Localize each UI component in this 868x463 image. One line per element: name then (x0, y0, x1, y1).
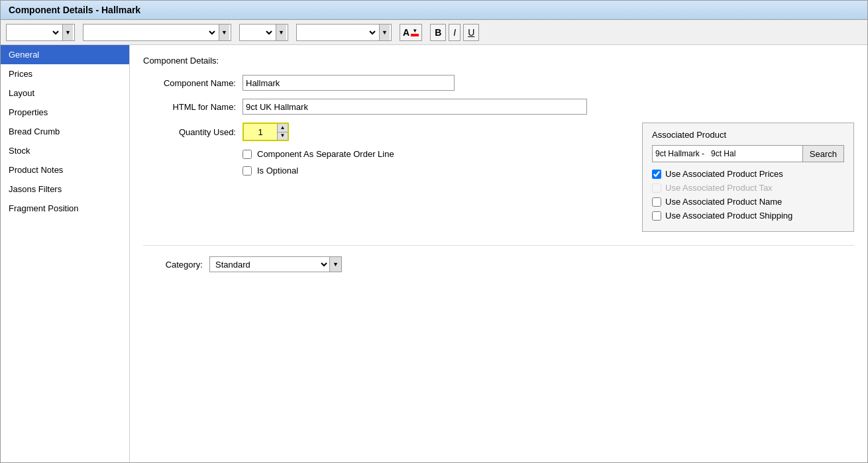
html-for-name-label: HTML for Name: (143, 102, 243, 112)
font-color-button[interactable]: A ▼ (400, 24, 422, 41)
associated-product-box: Associated Product Search Use Associated… (642, 123, 854, 232)
font-size-select[interactable] (85, 25, 217, 40)
search-button[interactable]: Search (802, 145, 844, 162)
sidebar-item-stock[interactable]: Stock (1, 141, 129, 160)
sidebar-item-general[interactable]: General (1, 45, 129, 64)
separate-order-checkbox[interactable] (243, 150, 252, 159)
use-name-checkbox[interactable] (652, 197, 661, 207)
window-title: Component Details - Hallmark (9, 5, 140, 15)
quantity-row: Quantity Used: ▲ ▼ (143, 123, 629, 141)
sidebar-item-bread-crumb[interactable]: Bread Crumb (1, 122, 129, 141)
is-optional-checkbox[interactable] (243, 166, 252, 176)
sidebar-item-prices[interactable]: Prices (1, 64, 129, 83)
italic-button[interactable]: I (449, 24, 461, 41)
separate-order-label: Component As Separate Order Line (257, 149, 394, 159)
font-size-dropdown[interactable]: ▼ (83, 24, 231, 41)
section-title: Component Details: (143, 56, 854, 66)
component-name-label: Component Name: (143, 78, 243, 88)
use-tax-checkbox[interactable] (652, 183, 661, 193)
category-label: Category: (143, 260, 209, 270)
use-prices-checkbox[interactable] (652, 170, 661, 179)
font-style-dropdown[interactable]: ▼ (239, 24, 288, 41)
use-prices-row: Use Associated Product Prices (652, 169, 844, 179)
category-select-wrapper[interactable]: Standard Premium Basic ▼ (209, 256, 342, 272)
use-prices-label: Use Associated Product Prices (665, 169, 783, 179)
bold-button[interactable]: B (430, 24, 446, 41)
category-select[interactable]: Standard Premium Basic (210, 257, 329, 272)
component-name-row: Component Name: (143, 75, 854, 91)
component-name-input[interactable] (243, 75, 455, 91)
font-color-select[interactable] (298, 25, 378, 40)
color-indicator (411, 34, 419, 36)
quantity-spinners: ▲ ▼ (277, 124, 288, 140)
quantity-spin-up[interactable]: ▲ (277, 124, 288, 132)
sidebar-item-fragment-position[interactable]: Fragment Position (1, 199, 129, 218)
toolbar: ▼ ▼ ▼ ▼ A ▼ (1, 20, 867, 45)
title-bar: Component Details - Hallmark (1, 1, 867, 20)
separate-order-row: Component As Separate Order Line (243, 149, 629, 159)
quantity-wrapper: ▲ ▼ (243, 123, 289, 141)
quantity-input[interactable] (244, 124, 277, 140)
sidebar: General Prices Layout Properties Bread C… (1, 45, 130, 462)
sidebar-item-jasons-filters[interactable]: Jasons Filters (1, 180, 129, 199)
quantity-label: Quantity Used: (143, 127, 243, 137)
quantity-section-row: Quantity Used: ▲ ▼ Component As Separa (143, 123, 854, 232)
is-optional-label: Is Optional (257, 166, 298, 176)
main-window: Component Details - Hallmark ▼ ▼ ▼ (0, 0, 868, 463)
left-side: Quantity Used: ▲ ▼ Component As Separa (143, 123, 629, 182)
use-shipping-checkbox[interactable] (652, 211, 661, 221)
chevron-down-icon: ▼ (412, 28, 417, 34)
use-tax-label: Use Associated Product Tax (665, 183, 773, 193)
font-color-label: A (403, 27, 409, 38)
is-optional-row: Is Optional (243, 166, 629, 176)
use-name-label: Use Associated Product Name (665, 197, 782, 207)
quantity-spin-down[interactable]: ▼ (277, 132, 288, 140)
content-area: Component Details: Component Name: HTML … (130, 45, 867, 462)
html-for-name-row: HTML for Name: (143, 99, 854, 115)
sidebar-item-properties[interactable]: Properties (1, 103, 129, 122)
category-dropdown-btn[interactable]: ▼ (329, 257, 341, 272)
use-tax-row: Use Associated Product Tax (652, 183, 844, 193)
font-size-dropdown-btn[interactable]: ▼ (219, 25, 229, 40)
use-name-row: Use Associated Product Name (652, 197, 844, 207)
font-style-dropdown-btn[interactable]: ▼ (276, 25, 286, 40)
font-family-dropdown-btn[interactable]: ▼ (62, 25, 73, 40)
use-shipping-row: Use Associated Product Shipping (652, 211, 844, 221)
html-for-name-input[interactable] (243, 99, 587, 115)
associated-product-title: Associated Product (652, 130, 844, 140)
associated-search-row: Search (652, 145, 844, 162)
font-style-select[interactable] (241, 25, 274, 40)
category-row: Category: Standard Premium Basic ▼ (143, 245, 854, 272)
font-color-dropdown[interactable]: ▼ (296, 24, 392, 41)
associated-product-input[interactable] (652, 145, 802, 162)
main-area: General Prices Layout Properties Bread C… (1, 45, 867, 462)
sidebar-item-product-notes[interactable]: Product Notes (1, 160, 129, 180)
use-shipping-label: Use Associated Product Shipping (665, 211, 792, 221)
sidebar-item-layout[interactable]: Layout (1, 83, 129, 103)
font-family-dropdown[interactable]: ▼ (6, 24, 75, 41)
font-color-dropdown-btn[interactable]: ▼ (379, 25, 390, 40)
underline-button[interactable]: U (463, 24, 479, 41)
font-family-select[interactable] (8, 25, 61, 40)
